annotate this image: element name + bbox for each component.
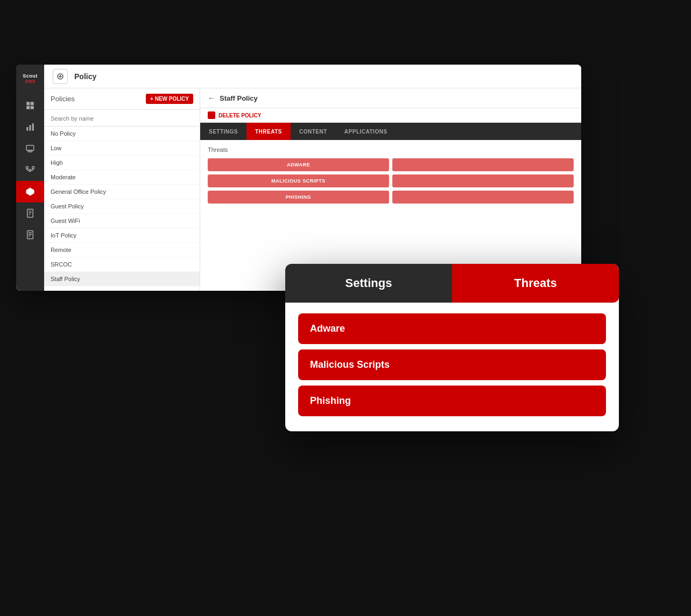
phishing-toggle[interactable] <box>392 191 574 204</box>
list-item-staff-policy[interactable]: Staff Policy <box>44 272 200 286</box>
logo: Scout DNS <box>16 65 44 93</box>
svg-rect-5 <box>30 125 31 131</box>
policies-title: Policies <box>51 95 75 103</box>
header-bar: Policy <box>44 65 581 88</box>
header-title: Policy <box>74 72 96 81</box>
phishing-button[interactable]: PHISHING <box>208 191 389 204</box>
list-item[interactable]: High <box>44 156 200 170</box>
svg-marker-16 <box>26 188 34 196</box>
zoomed-tab-threats[interactable]: Threats <box>452 264 619 303</box>
svg-rect-11 <box>32 166 34 169</box>
svg-rect-7 <box>26 145 34 150</box>
adware-button[interactable]: ADWARE <box>208 158 389 171</box>
malicious-scripts-button[interactable]: MALICIOUS SCRIPTS <box>208 174 389 187</box>
back-button[interactable]: ← <box>208 94 215 102</box>
tab-content[interactable]: CONTENT <box>291 123 336 140</box>
threats-grid: ADWARE MALICIOUS SCRIPTS PHISHING <box>208 158 574 204</box>
list-item[interactable]: Guest Policy <box>44 199 200 214</box>
list-item[interactable]: Remote <box>44 243 200 257</box>
zoomed-tabs: Settings Threats <box>285 264 619 303</box>
main-content: Policy Policies + NEW POLICY No Policy L… <box>44 65 581 291</box>
sidebar-item-reports[interactable] <box>16 202 44 224</box>
zoomed-content: Adware Malicious Scripts Phishing <box>285 303 619 431</box>
svg-rect-8 <box>28 151 32 152</box>
delete-policy-button[interactable]: DELETE POLICY <box>218 113 261 118</box>
zoomed-tab-settings[interactable]: Settings <box>285 264 452 303</box>
svg-rect-3 <box>31 106 34 109</box>
list-item[interactable]: Guest WiFi <box>44 214 200 228</box>
delete-policy-bar: DELETE POLICY <box>200 108 581 123</box>
tab-threats[interactable]: THREATS <box>246 123 291 140</box>
sidebar-item-analytics[interactable] <box>16 116 44 138</box>
sidebar-item-dashboard[interactable] <box>16 95 44 116</box>
svg-rect-9 <box>26 166 29 169</box>
search-input[interactable] <box>51 115 193 122</box>
sidebar-item-devices[interactable] <box>16 138 44 159</box>
search-box <box>44 110 200 127</box>
list-item[interactable]: General Office Policy <box>44 185 200 199</box>
tab-applications[interactable]: APPLICATIONS <box>336 123 396 140</box>
svg-rect-2 <box>26 106 30 109</box>
policy-detail-panel: ← Staff Policy DELETE POLICY SETTINGS TH… <box>200 88 581 291</box>
list-item[interactable]: No Policy <box>44 127 200 141</box>
sidebar-item-network[interactable] <box>16 159 44 181</box>
threats-section-label: Threats <box>208 146 574 153</box>
tab-settings[interactable]: SETTINGS <box>200 123 246 140</box>
policies-header: Policies + NEW POLICY <box>44 88 200 110</box>
policy-list: No Policy Low High Moderate General Offi… <box>44 127 200 291</box>
zoomed-phishing-button[interactable]: Phishing <box>298 386 606 416</box>
policies-panel: Policies + NEW POLICY No Policy Low High… <box>44 88 200 291</box>
sidebar: Scout DNS <box>16 65 44 291</box>
svg-rect-0 <box>26 102 30 105</box>
sidebar-item-settings[interactable] <box>16 224 44 246</box>
new-policy-button[interactable]: + NEW POLICY <box>146 94 193 104</box>
logo-scout: Scout <box>23 73 38 79</box>
svg-rect-4 <box>26 127 28 131</box>
policy-detail-header: ← Staff Policy <box>200 88 581 108</box>
menu-icon[interactable] <box>53 69 68 84</box>
list-item[interactable]: SRCOC <box>44 257 200 272</box>
svg-rect-1 <box>31 102 34 105</box>
sidebar-item-policy[interactable] <box>16 181 44 202</box>
list-item[interactable]: IoT Policy <box>44 228 200 243</box>
content-body: Policies + NEW POLICY No Policy Low High… <box>44 88 581 291</box>
zoomed-malicious-scripts-button[interactable]: Malicious Scripts <box>298 349 606 380</box>
tabs-bar: SETTINGS THREATS CONTENT APPLICATIONS <box>200 123 581 140</box>
policy-detail-title: Staff Policy <box>220 94 258 102</box>
sidebar-nav <box>16 95 44 246</box>
list-item[interactable]: Moderate <box>44 170 200 185</box>
zoomed-adware-button[interactable]: Adware <box>298 313 606 344</box>
malicious-scripts-toggle[interactable] <box>392 174 574 187</box>
delete-icon <box>208 111 215 119</box>
svg-rect-6 <box>32 123 34 131</box>
zoomed-card: Settings Threats Adware Malicious Script… <box>285 264 619 431</box>
adware-toggle[interactable] <box>392 158 574 171</box>
logo-dns: DNS <box>25 79 35 84</box>
list-item[interactable]: Low <box>44 141 200 156</box>
app-window: Scout DNS <box>16 65 581 291</box>
